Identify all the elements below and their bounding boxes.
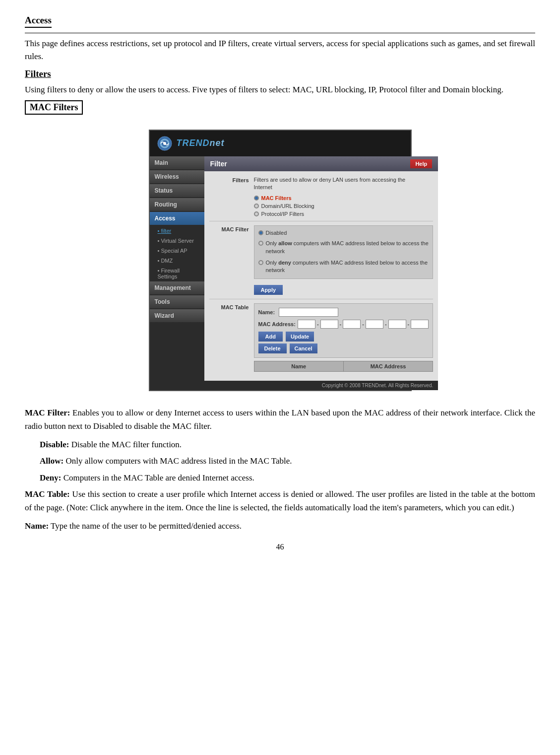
sidebar-item-access[interactable]: Access xyxy=(150,212,204,225)
router-body: Main Wireless Status Routing Access filt… xyxy=(150,156,411,390)
allow-desc-text: Only allow computers with MAC address li… xyxy=(65,456,292,466)
radio-allow-empty xyxy=(258,241,263,246)
radio-empty-icon-1 xyxy=(254,204,259,208)
mac-address-row: MAC Address: - - - xyxy=(258,320,429,329)
trendnet-logo-icon xyxy=(157,136,173,151)
sidebar-subitem-filter[interactable]: filter xyxy=(150,226,204,236)
trendnet-logo: TRENDnet xyxy=(157,136,225,151)
page-number: 46 xyxy=(25,543,535,551)
mac-option-allow[interactable]: Only allow computers with MAC address li… xyxy=(258,240,429,255)
mac-table-field: Name: MAC Address: - xyxy=(254,303,434,372)
logo-part2: net xyxy=(210,138,225,148)
sidebar-item-wizard[interactable]: Wizard xyxy=(150,309,204,322)
radio-empty-icon-2 xyxy=(254,211,259,216)
name-input[interactable] xyxy=(279,308,338,317)
update-button[interactable]: Update xyxy=(286,332,314,342)
mac-table-buttons-2: Delete Cancel xyxy=(258,343,429,353)
sidebar-item-status[interactable]: Status xyxy=(150,184,204,197)
filter-option-protocol[interactable]: Protocol/IP Filters xyxy=(254,211,434,217)
help-button[interactable]: Help xyxy=(410,159,432,168)
mac-sep-3: - xyxy=(362,321,364,327)
sidebar-item-management[interactable]: Management xyxy=(150,281,204,294)
name-label: Name: xyxy=(258,309,275,315)
mac-table-header: Name MAC Address xyxy=(254,361,434,372)
page-title: Access xyxy=(25,15,52,28)
mac-address-label: MAC Address: xyxy=(258,321,296,327)
mac-option-deny[interactable]: Only deny computers with MAC address lis… xyxy=(258,259,429,275)
mac-octet-1[interactable] xyxy=(298,320,315,329)
mac-filter-bold-label: MAC Filter: xyxy=(25,408,70,417)
name-bold-label: Name: xyxy=(25,521,49,531)
apply-button[interactable]: Apply xyxy=(254,285,283,295)
disable-desc-text: Disable the MAC filter function. xyxy=(71,440,182,449)
sidebar-subitem-virtual-server[interactable]: Virtual Server xyxy=(150,236,204,246)
filter-desc-line1: Filters are used to allow or deny LAN us… xyxy=(254,177,406,183)
mac-filter-field: Disabled Only allow computers with MAC a… xyxy=(254,225,434,295)
title-divider xyxy=(25,33,535,33)
router-ui: TRENDnet Main Wireless Status Routing Ac… xyxy=(149,130,412,391)
content-title: Filter xyxy=(210,160,227,168)
screenshot-container: TRENDnet Main Wireless Status Routing Ac… xyxy=(25,130,535,391)
filters-field: Filters are used to allow or deny LAN us… xyxy=(254,176,434,217)
filters-text: Using filters to deny or allow the users… xyxy=(25,83,535,96)
filters-label: Filters xyxy=(209,176,254,183)
delete-button[interactable]: Delete xyxy=(258,343,287,353)
mac-table-form-row: MAC Table Name: MAC Address: xyxy=(209,299,434,372)
domain-blocking-label: Domain/URL Blocking xyxy=(261,203,314,209)
allow-label: Only allow computers with MAC address li… xyxy=(266,240,429,255)
filter-desc-line2: Internet xyxy=(254,184,272,190)
mac-table-buttons: Add Update xyxy=(258,332,429,342)
cancel-button[interactable]: Cancel xyxy=(290,343,317,353)
router-header: TRENDnet xyxy=(150,131,411,156)
mac-filter-form-row: MAC Filter Disabled Only allow computers… xyxy=(209,221,434,295)
protocol-filters-label: Protocol/IP Filters xyxy=(261,211,305,217)
router-footer: Copyright © 2008 TRENDnet. All Rights Re… xyxy=(204,381,438,390)
allow-label: Allow: xyxy=(40,456,63,466)
add-button[interactable]: Add xyxy=(258,332,283,342)
mac-sep-5: - xyxy=(408,321,410,327)
mac-octet-5[interactable] xyxy=(388,320,406,329)
name-description: Name: Type the name of the user to be pe… xyxy=(25,519,535,533)
mac-option-disabled[interactable]: Disabled xyxy=(258,230,429,236)
name-desc-text: Type the name of the user to be permitte… xyxy=(51,521,242,531)
filter-option-domain[interactable]: Domain/URL Blocking xyxy=(254,203,434,209)
name-row: Name: xyxy=(258,308,429,317)
radio-disabled-filled xyxy=(258,230,263,235)
filter-desc: Filters are used to allow or deny LAN us… xyxy=(254,176,434,192)
radio-filled-icon xyxy=(254,196,259,201)
filters-form-row: Filters Filters are used to allow or den… xyxy=(209,176,434,217)
filter-radio-group: MAC Filters Domain/URL Blocking Protocol… xyxy=(254,195,434,217)
sidebar-item-routing[interactable]: Routing xyxy=(150,198,204,211)
intro-text: This page defines access restrictions, s… xyxy=(25,37,535,63)
mac-filter-desc-text: Enables you to allow or deny Internet ac… xyxy=(25,408,535,431)
sidebar-item-main[interactable]: Main xyxy=(150,156,204,169)
sidebar-subitem-dmz[interactable]: DMZ xyxy=(150,256,204,266)
deny-desc-text: Computers in the MAC Table are denied In… xyxy=(63,473,254,482)
mac-octet-3[interactable] xyxy=(343,320,361,329)
filters-heading: Filters xyxy=(25,69,535,79)
mac-sep-4: - xyxy=(385,321,387,327)
sidebar: Main Wireless Status Routing Access filt… xyxy=(150,156,204,390)
mac-octet-2[interactable] xyxy=(320,320,338,329)
disable-description: Disable: Disable the MAC filter function… xyxy=(25,438,535,451)
mac-filter-label: MAC Filter xyxy=(209,225,254,232)
mac-octet-6[interactable] xyxy=(411,320,429,329)
sidebar-item-tools[interactable]: Tools xyxy=(150,295,204,308)
sidebar-subitem-special-ap[interactable]: Special AP xyxy=(150,246,204,256)
mac-table-label: MAC Table xyxy=(209,303,254,310)
mac-table-desc-text: Use this section to create a user profil… xyxy=(25,489,535,512)
mac-address-inputs: - - - - - xyxy=(298,320,429,329)
radio-deny-empty xyxy=(258,260,263,265)
mac-table-bold-label: MAC Table: xyxy=(25,489,70,499)
mac-sep-1: - xyxy=(317,321,319,327)
mac-filters-heading: MAC Filters xyxy=(25,100,83,115)
sidebar-subitem-firewall[interactable]: Firewall Settings xyxy=(150,266,204,281)
mac-filters-link[interactable]: MAC Filters xyxy=(261,195,292,201)
mac-octet-4[interactable] xyxy=(366,320,383,329)
logo-text: TRENDnet xyxy=(177,138,225,148)
deny-label: Only deny computers with MAC address lis… xyxy=(266,259,429,275)
filter-option-mac[interactable]: MAC Filters xyxy=(254,195,434,201)
disable-label: Disable: xyxy=(40,440,69,449)
sidebar-item-wireless[interactable]: Wireless xyxy=(150,170,204,183)
disabled-label: Disabled xyxy=(266,230,287,236)
